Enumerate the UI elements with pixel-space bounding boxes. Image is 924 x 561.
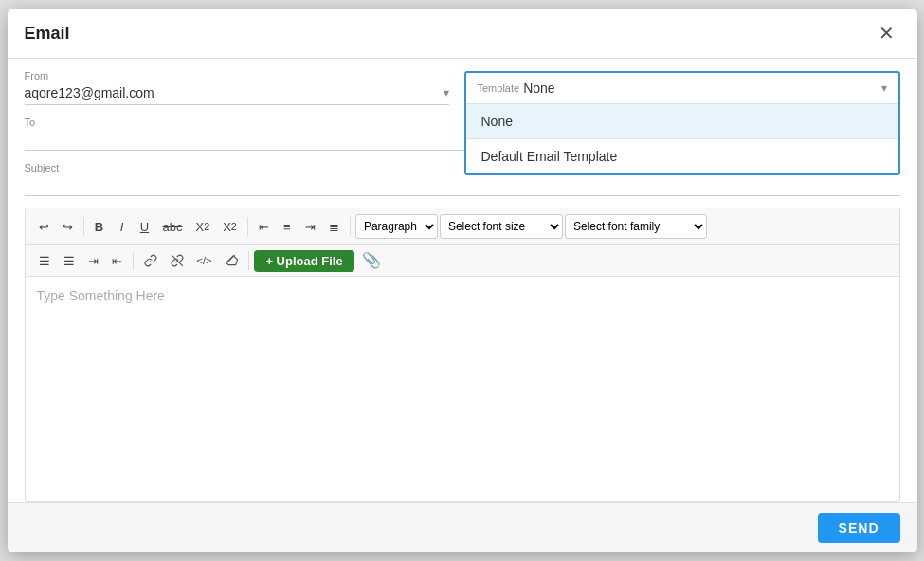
redo-button[interactable]: ↪ (57, 215, 79, 238)
toolbar-row2: ☰ ☰ ⇥ ⇤ </> + Upload File 📎 (26, 245, 899, 277)
dialog-title: Email (25, 24, 70, 44)
code-button[interactable]: </> (191, 249, 218, 272)
template-option-default[interactable]: Default Email Template (466, 139, 898, 173)
ordered-list-button[interactable]: ☰ (58, 249, 81, 272)
italic-button[interactable]: I (112, 215, 133, 238)
template-dropdown-box: Template None ▾ None Default Email Templ… (464, 71, 900, 175)
link-button[interactable] (138, 249, 163, 272)
template-current-value: None (523, 81, 880, 96)
toolbar-sep-2 (247, 217, 248, 236)
subscript-button[interactable]: X2 (190, 215, 215, 238)
editor-content[interactable]: Type Something Here (26, 277, 899, 501)
dialog-footer: SEND (8, 502, 917, 552)
superscript-button[interactable]: X2 (217, 215, 243, 238)
undo-button[interactable]: ↩ (33, 215, 55, 238)
toolbar-sep-1 (83, 217, 84, 236)
close-button[interactable]: ✕ (873, 22, 900, 45)
from-label: From (25, 70, 449, 81)
template-options-list: None Default Email Template (466, 104, 898, 173)
template-dropdown-arrow[interactable]: ▾ (881, 81, 887, 95)
from-dropdown-arrow[interactable]: ▾ (444, 86, 449, 100)
attachment-button[interactable]: 📎 (356, 249, 387, 272)
template-option-none[interactable]: None (466, 104, 898, 138)
template-header: Template None ▾ (466, 73, 898, 104)
toolbar-sep-3 (350, 217, 351, 236)
from-field: From aqore123@gmail.com ▾ (25, 70, 449, 105)
toolbar-sep-4 (133, 251, 134, 270)
align-justify-button[interactable]: ≣ (323, 215, 345, 238)
editor-placeholder: Type Something Here (37, 288, 165, 303)
bold-button[interactable]: B (89, 215, 110, 238)
align-left-button[interactable]: ⇤ (253, 215, 275, 238)
template-label: Template (478, 82, 520, 94)
unlink-button[interactable] (165, 249, 190, 272)
paragraph-select[interactable]: Paragraph (355, 214, 438, 239)
dialog-header: Email ✕ (8, 9, 917, 59)
template-field-group: Template None ▾ None Default Email Templ… (464, 71, 900, 105)
send-button[interactable]: SEND (818, 513, 900, 543)
dialog-body: From aqore123@gmail.com ▾ Template None … (8, 59, 917, 502)
eraser-button[interactable] (219, 249, 244, 272)
strikethrough-button[interactable]: abc (157, 215, 189, 238)
template-dropdown-wrapper: Template None ▾ None Default Email Templ… (464, 71, 900, 175)
toolbar-row1: ↩ ↪ B I U abc X2 X2 ⇤ ≡ ⇥ ≣ Paragraph (26, 208, 899, 245)
svg-line-1 (228, 255, 235, 262)
upload-file-button[interactable]: + Upload File (254, 250, 353, 272)
align-center-button[interactable]: ≡ (277, 215, 298, 238)
indent-button[interactable]: ⇥ (82, 249, 104, 272)
align-right-button[interactable]: ⇥ (299, 215, 321, 238)
unordered-list-button[interactable]: ☰ (33, 249, 56, 272)
underline-button[interactable]: U (135, 215, 155, 238)
outdent-button[interactable]: ⇤ (106, 249, 128, 272)
from-value: aqore123@gmail.com (25, 85, 444, 100)
subject-input[interactable] (25, 177, 900, 196)
toolbar-sep-5 (248, 251, 249, 270)
from-template-row: From aqore123@gmail.com ▾ Template None … (8, 59, 917, 105)
email-dialog: Email ✕ From aqore123@gmail.com ▾ Templa… (8, 9, 917, 552)
font-family-select[interactable]: Select font family (565, 214, 707, 239)
font-size-select[interactable]: Select font size (440, 214, 563, 239)
editor-area: ↩ ↪ B I U abc X2 X2 ⇤ ≡ ⇥ ≣ Paragraph (25, 208, 900, 502)
